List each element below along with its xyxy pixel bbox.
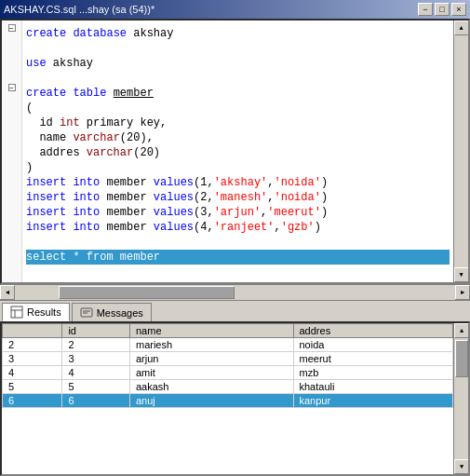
table-row[interactable]: 66anujkanpur <box>3 394 453 408</box>
code-line <box>26 71 450 86</box>
table-row[interactable]: 44amitmzb <box>3 366 453 380</box>
col-id: id <box>62 324 130 338</box>
window-controls: − □ × <box>418 3 466 16</box>
result-scroll-track[interactable] <box>454 338 468 459</box>
gutter-15 <box>2 229 21 244</box>
scroll-up-arrow[interactable]: ▲ <box>454 20 469 35</box>
scroll-left-arrow[interactable]: ◄ <box>0 285 15 300</box>
tab-messages[interactable]: Messages <box>72 303 152 321</box>
tab-bar: Results Messages <box>0 301 470 321</box>
code-line: ( <box>26 101 450 116</box>
code-line: addres varchar(20) <box>26 145 450 160</box>
code-line: insert into member values(1,'akshay','no… <box>26 175 450 190</box>
gutter-2 <box>2 35 21 50</box>
gutter-7 <box>2 110 21 125</box>
code-line: select * from member <box>26 250 450 265</box>
code-line <box>26 265 450 279</box>
code-line: use akshay <box>26 56 450 71</box>
maximize-button[interactable]: □ <box>435 3 450 16</box>
code-line: create database akshay <box>26 26 450 41</box>
gutter-3 <box>2 50 21 65</box>
results-table-container: id name addres 22marieshnoida33arjunmeer… <box>0 321 470 476</box>
title-bar: AKSHAY.CS.sql ...shay (sa (54))* − □ × <box>0 0 470 19</box>
gutter-collapse-5[interactable]: − <box>2 80 21 95</box>
gutter-collapse-1[interactable]: − <box>2 20 21 35</box>
close-button[interactable]: × <box>451 3 466 16</box>
left-gutter: − − <box>2 20 22 282</box>
svg-rect-0 <box>11 306 22 318</box>
gutter-16 <box>2 244 21 259</box>
gutter-14 <box>2 214 21 229</box>
code-line <box>26 235 450 250</box>
scroll-down-arrow[interactable]: ▼ <box>454 267 469 282</box>
window-title: AKSHAY.CS.sql ...shay (sa (54))* <box>4 4 154 15</box>
table-scroll-area[interactable]: id name addres 22marieshnoida33arjunmeer… <box>2 323 453 474</box>
tab-results[interactable]: Results <box>2 303 70 321</box>
code-line: insert into member values(3,'arjun','mee… <box>26 205 450 220</box>
table-header-row: id name addres <box>3 324 453 338</box>
result-scroll-thumb[interactable] <box>455 340 468 377</box>
gutter-8 <box>2 125 21 140</box>
table-icon <box>10 306 23 319</box>
editor-vscrollbar[interactable]: ▲ ▼ <box>453 20 468 282</box>
code-line: id int primary key, <box>26 116 450 130</box>
result-scroll-down[interactable]: ▼ <box>454 459 469 474</box>
editor-area: − − <box>0 19 470 284</box>
minimize-button[interactable]: − <box>418 3 433 16</box>
results-tab-label: Results <box>27 306 61 318</box>
gutter-9 <box>2 140 21 155</box>
scroll-right-arrow[interactable]: ► <box>455 285 470 300</box>
code-line: ) <box>26 160 450 175</box>
gutter-11 <box>2 170 21 184</box>
results-vscrollbar[interactable]: ▲ ▼ <box>453 323 468 474</box>
main-container: − − <box>0 19 470 476</box>
hscroll-track[interactable] <box>15 285 455 300</box>
code-line: insert into member values(4,'ranjeet','g… <box>26 220 450 235</box>
code-editor[interactable]: create database akshay use akshay create… <box>22 20 453 282</box>
col-name: name <box>129 324 293 338</box>
gutter-12 <box>2 184 21 199</box>
gutter-10 <box>2 155 21 170</box>
collapse-icon-1[interactable]: − <box>8 24 16 32</box>
table-row[interactable]: 33arjunmeerut <box>3 352 453 366</box>
results-table: id name addres 22marieshnoida33arjunmeer… <box>2 323 453 408</box>
gutter-6 <box>2 95 21 110</box>
col-rownum <box>3 324 62 338</box>
hscroll-thumb[interactable] <box>59 286 235 299</box>
result-scroll-up[interactable]: ▲ <box>454 323 469 338</box>
table-row[interactable]: 22marieshnoida <box>3 338 453 352</box>
editor-hscrollbar[interactable]: ◄ ► <box>0 284 470 299</box>
gutter-4 <box>2 65 21 80</box>
messages-tab-label: Messages <box>97 307 143 319</box>
code-line <box>26 41 450 56</box>
message-icon <box>80 306 93 320</box>
gutter-13 <box>2 199 21 214</box>
code-line: name varchar(20), <box>26 130 450 145</box>
col-addres: addres <box>293 324 453 338</box>
results-panel: Results Messages <box>0 299 470 476</box>
code-line: insert into member values(2,'manesh','no… <box>26 190 450 205</box>
gutter-17 <box>2 259 21 274</box>
table-row[interactable]: 55aakashkhatauli <box>3 380 453 394</box>
code-line: create table member <box>26 86 450 101</box>
collapse-icon-5[interactable]: − <box>8 84 16 91</box>
